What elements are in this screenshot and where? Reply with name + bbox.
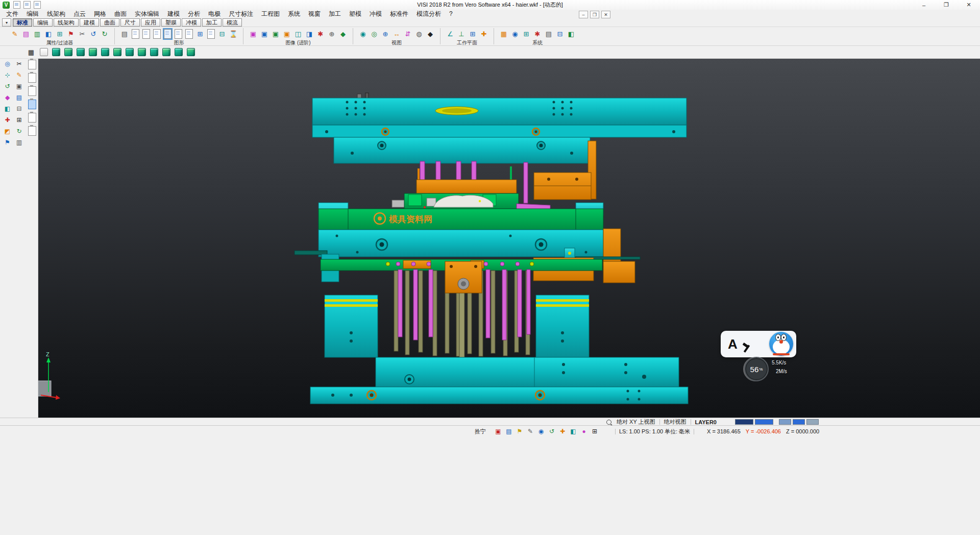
ribbon-tab[interactable]: 编辑 [33, 18, 53, 27]
clipboard-icon[interactable] [28, 73, 36, 83]
iso-view-cube-icon[interactable] [187, 48, 195, 56]
view-list-icon[interactable] [27, 48, 35, 56]
color-swatch[interactable] [793, 419, 805, 425]
settings-grid-icon[interactable] [521, 29, 531, 39]
add-point-icon[interactable] [3, 115, 12, 125]
color-filter-icon[interactable] [43, 29, 54, 39]
measure-icon[interactable] [3, 126, 12, 136]
iso-view-cube-icon[interactable] [52, 48, 60, 56]
workplane-origin-icon[interactable] [479, 29, 489, 39]
color-swatch[interactable] [755, 419, 773, 425]
undo-icon[interactable] [88, 29, 99, 39]
material-icon[interactable] [338, 29, 348, 39]
view-cube-icon[interactable] [425, 29, 435, 39]
layer-label[interactable]: LAYER0 [695, 419, 717, 425]
select-icon[interactable] [3, 59, 12, 68]
ribbon-tab[interactable]: 建模 [80, 18, 99, 27]
mdi-minimize-button[interactable]: – [579, 11, 588, 18]
close-button[interactable]: ✕ [958, 0, 980, 10]
menu-item[interactable]: 标准件 [386, 10, 412, 18]
menu-item[interactable]: 文件 [2, 10, 22, 18]
page-layout-icon[interactable] [217, 29, 227, 39]
menu-item[interactable]: 实体编辑 [131, 10, 163, 18]
snap-icon[interactable] [3, 70, 12, 80]
status-save-icon[interactable] [505, 427, 513, 435]
redo-icon[interactable] [100, 29, 110, 39]
color-swatch[interactable] [735, 419, 753, 425]
zoom-window-icon[interactable] [414, 29, 424, 39]
iso-view-cube-icon[interactable] [162, 48, 170, 56]
wireframe-icon[interactable] [271, 29, 281, 39]
ribbon-tab[interactable]: 曲面 [100, 18, 119, 27]
status-flag-icon[interactable] [516, 427, 524, 435]
status-undo-icon[interactable] [548, 427, 556, 435]
absolute-xy-view-label[interactable]: 绝对 XY 上视图 [617, 418, 655, 426]
view-blank-icon[interactable] [40, 48, 48, 56]
menu-item[interactable]: 电极 [204, 10, 225, 18]
menu-item[interactable]: 系统 [284, 10, 304, 18]
light-icon[interactable] [315, 29, 326, 39]
section-view-icon[interactable] [293, 29, 303, 39]
clipboard-icon[interactable] [28, 126, 36, 136]
ribbon-tab[interactable]: 尺寸 [120, 18, 140, 27]
menu-item[interactable]: 编辑 [22, 10, 43, 18]
menu-item[interactable]: 工程图 [257, 10, 284, 18]
page-icon[interactable] [142, 29, 150, 39]
shading-icon[interactable] [259, 29, 270, 39]
multi-page-icon[interactable] [195, 29, 205, 39]
ribbon-tab[interactable]: 模流 [223, 18, 242, 27]
iso-view-cube-icon[interactable] [126, 48, 134, 56]
status-target-icon[interactable] [537, 427, 545, 435]
edit-attributes-icon[interactable] [10, 29, 20, 39]
workplane-angle-icon[interactable] [445, 29, 455, 39]
list-icon[interactable] [14, 104, 24, 113]
ribbon-tab[interactable]: 标准 [13, 18, 32, 27]
status-record-icon[interactable] [494, 427, 502, 435]
ribbon-tab[interactable]: 应用 [141, 18, 160, 27]
chevron-down-icon[interactable]: ▾ [2, 18, 11, 27]
view-top-icon[interactable] [369, 29, 379, 39]
print-icon[interactable] [119, 29, 130, 39]
maximize-button[interactable]: ❐ [935, 0, 958, 10]
cut-icon[interactable] [14, 59, 24, 68]
menu-item[interactable]: 线架构 [43, 10, 69, 18]
color-swatch[interactable] [806, 419, 819, 425]
menu-item[interactable]: 尺寸标注 [225, 10, 257, 18]
page-icon[interactable] [132, 29, 139, 39]
mdi-close-button[interactable]: ✕ [601, 11, 610, 18]
page-icon[interactable] [175, 29, 182, 39]
view-iso-icon[interactable] [380, 29, 390, 39]
minimize-button[interactable]: – [913, 0, 935, 10]
new-document-icon[interactable] [13, 1, 20, 9]
layer-filter-icon[interactable] [32, 29, 42, 39]
page-icon[interactable] [185, 29, 193, 39]
ribbon-tab[interactable]: 加工 [202, 18, 222, 27]
array-icon[interactable] [14, 115, 24, 125]
system-options-icon[interactable] [532, 29, 543, 39]
trim-icon[interactable] [77, 29, 87, 39]
flag-filter-icon[interactable] [66, 29, 76, 39]
flag-icon[interactable] [3, 137, 12, 147]
iso-view-cube-icon[interactable] [89, 48, 97, 56]
iso-view-cube-icon[interactable] [150, 48, 158, 56]
zoom-extents-icon[interactable] [327, 29, 337, 39]
open-document-icon[interactable] [23, 1, 31, 9]
pan-icon[interactable] [391, 29, 402, 39]
menu-item[interactable]: 网格 [90, 10, 110, 18]
iso-view-cube-icon[interactable] [64, 48, 72, 56]
plane-icon[interactable] [14, 81, 24, 91]
clipboard-active-icon[interactable] [28, 100, 36, 109]
globe-icon[interactable] [510, 29, 520, 39]
menu-item[interactable]: 曲面 [110, 10, 131, 18]
transparency-icon[interactable] [304, 29, 314, 39]
view-front-icon[interactable] [358, 29, 368, 39]
mirror-icon[interactable] [3, 104, 12, 113]
menu-item[interactable]: 点云 [69, 10, 90, 18]
iso-view-cube-icon[interactable] [113, 48, 121, 56]
iso-view-cube-icon[interactable] [175, 48, 183, 56]
clipboard-icon[interactable] [28, 60, 36, 69]
mdi-restore-button[interactable]: ❐ [590, 11, 599, 18]
save-document-icon[interactable] [34, 1, 41, 9]
menu-item[interactable]: 加工 [325, 10, 345, 18]
menu-item[interactable]: 分析 [184, 10, 204, 18]
